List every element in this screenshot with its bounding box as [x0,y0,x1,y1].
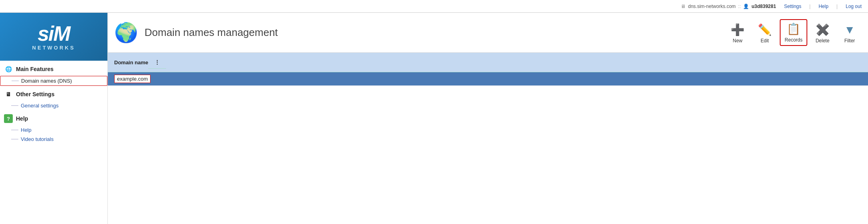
content-panel: 🌍 Domain names management ➕ New ✏️ Edit … [108,13,868,224]
video-tutorials-link[interactable]: Video tutorials [21,136,54,142]
edit-label: Edit [761,38,769,44]
logout-link[interactable]: Log out [846,4,862,9]
col-domain-name-header: Domain name [114,59,148,65]
new-label: New [733,38,742,44]
monitor-section-icon: 🖥 [4,90,13,99]
table-area: Domain name ⋮ example.com [108,53,868,224]
section-other-settings: 🖥 Other Settings [0,86,107,101]
records-icon: 📋 [787,22,801,36]
server-hostname: dns.sim-networks.com [688,4,735,9]
help-badge-icon: ? [4,114,13,123]
top-bar: 🖥 dns.sim-networks.com :: 👤 u3d839281 Se… [0,0,868,13]
other-settings-label: Other Settings [16,91,54,97]
sidebar-item-video-tutorials[interactable]: Video tutorials [0,135,107,144]
sidebar-item-general-settings[interactable]: General settings [0,101,107,110]
delete-label: Delete [816,38,830,44]
help-link[interactable]: Help [818,4,828,9]
records-label: Records [785,37,803,43]
globe-icon: 🌐 [4,65,13,73]
toolbar: ➕ New ✏️ Edit 📋 Records ✖️ Delete [725,19,862,46]
domain-cell: example.com [114,75,151,83]
logo-text: siM [32,23,75,44]
section-main-features: 🌐 Main Features [0,61,107,76]
help-link-sidebar[interactable]: Help [21,127,32,133]
delete-button[interactable]: ✖️ Delete [811,21,834,46]
main-area: siM NETWORKS 🌐 Main Features Domain name… [0,13,868,224]
domain-names-link[interactable]: Domain names (DNS) [21,78,72,84]
username: u3d839281 [751,4,776,9]
filter-label: Filter [844,38,855,44]
help-section-label: Help [16,115,28,122]
main-features-label: Main Features [16,66,54,72]
server-info: 🖥 dns.sim-networks.com :: 👤 u3d839281 [681,4,776,9]
table-row[interactable]: example.com [108,72,868,86]
filter-icon: ▼ [844,24,855,36]
sidebar-logo: siM NETWORKS [0,13,107,61]
general-settings-link[interactable]: General settings [21,103,59,109]
new-icon: ➕ [731,23,745,36]
top-nav: Settings | Help | Log out [784,4,862,9]
monitor-icon: 🖥 [681,4,686,9]
settings-link[interactable]: Settings [784,4,801,9]
column-grip-icon: ⋮ [148,56,166,69]
new-button[interactable]: ➕ New [725,21,749,46]
section-help: ? Help [0,110,107,125]
sidebar-item-domain-names[interactable]: Domain names (DNS) [0,76,107,86]
sidebar-item-help[interactable]: Help [0,125,107,135]
user-icon: 👤 [743,4,749,9]
sidebar: siM NETWORKS 🌐 Main Features Domain name… [0,13,108,224]
delete-icon: ✖️ [816,23,830,36]
records-button[interactable]: 📋 Records [780,19,807,46]
page-title: Domain names management [145,26,278,39]
page-globe-icon: 🌍 [114,22,138,44]
filter-button[interactable]: ▼ Filter [838,21,862,46]
edit-button[interactable]: ✏️ Edit [753,21,777,46]
page-header: 🌍 Domain names management ➕ New ✏️ Edit … [108,13,868,53]
table-header: Domain name ⋮ [108,53,868,72]
edit-icon: ✏️ [758,23,772,36]
app-wrapper: 🖥 dns.sim-networks.com :: 👤 u3d839281 Se… [0,0,868,224]
logo-sub: NETWORKS [32,45,75,51]
